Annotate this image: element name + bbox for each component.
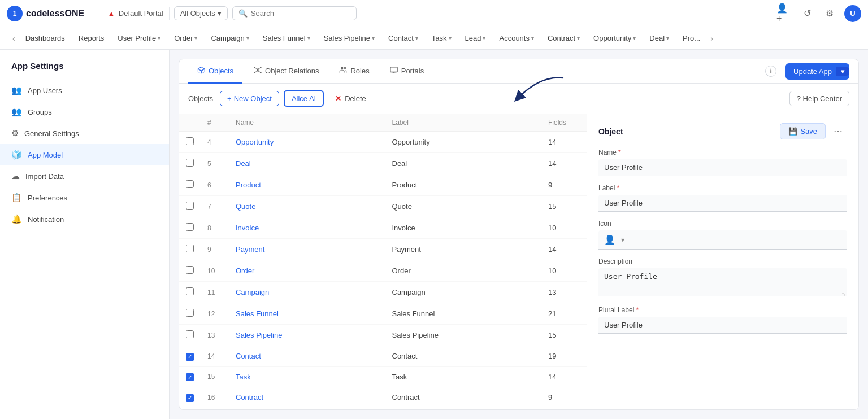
search-input[interactable] (251, 9, 341, 18)
update-app-button[interactable]: Update App ▾ (785, 63, 849, 80)
col-fields: Fields (541, 114, 587, 132)
row-checkbox[interactable] (186, 137, 194, 145)
alice-ai-button[interactable]: Alice AI (284, 90, 324, 107)
sidebar-item-import-data[interactable]: ☁ Import Data (0, 165, 169, 187)
row-checkbox[interactable] (186, 180, 194, 188)
plural-label-field-group: Plural Label * (598, 306, 847, 334)
settings-icon[interactable]: ⚙ (822, 6, 837, 21)
required-indicator: * (618, 149, 621, 156)
more-options-button[interactable]: ⋯ (829, 124, 847, 139)
sidebar-item-label: Preferences (28, 194, 67, 202)
new-object-button[interactable]: + New Object (220, 91, 279, 106)
description-textarea[interactable] (598, 268, 847, 296)
table-header: # Name Label Fields (179, 114, 587, 132)
nav-item-reports[interactable]: Reports (72, 27, 111, 50)
history-icon[interactable]: ↺ (799, 6, 815, 21)
object-name-link[interactable]: Deal (236, 159, 251, 168)
nav-item-opportunity[interactable]: Opportunity ▾ (587, 27, 643, 50)
nav-item-lead[interactable]: Lead ▾ (458, 27, 493, 50)
row-number: 14 (201, 346, 229, 367)
row-checkbox[interactable] (186, 309, 194, 317)
svg-rect-11 (390, 67, 397, 72)
nav-label: Accounts (499, 34, 529, 42)
tab-objects[interactable]: Objects (188, 59, 242, 84)
nav-left-arrow[interactable]: ‹ (9, 34, 19, 43)
object-name-link[interactable]: Campaign (236, 288, 269, 296)
object-name-link[interactable]: Order (236, 267, 254, 275)
object-name-link[interactable]: Sales Pipeline (236, 331, 282, 339)
help-center-button[interactable]: ? Help Center (789, 91, 849, 106)
row-checkbox[interactable] (186, 266, 194, 274)
update-app-dropdown-icon[interactable]: ▾ (836, 67, 849, 76)
object-fields-count: 10 (541, 217, 587, 239)
info-icon[interactable]: ℹ (765, 66, 776, 77)
sidebar-item-notification[interactable]: 🔔 Notification (0, 208, 169, 230)
nav-item-contract[interactable]: Contract ▾ (541, 27, 587, 50)
tab-roles[interactable]: Roles (330, 59, 378, 84)
nav-item-sales-funnel[interactable]: Sales Funnel ▾ (256, 27, 317, 50)
object-name-link[interactable]: Invoice (236, 224, 259, 232)
nav-item-deal[interactable]: Deal ▾ (643, 27, 676, 50)
name-input[interactable] (598, 159, 847, 176)
svg-line-5 (255, 68, 258, 69)
tab-portals[interactable]: Portals (381, 59, 433, 84)
object-name-link[interactable]: Task (236, 373, 251, 381)
delete-button[interactable]: ✕ Delete (328, 91, 373, 106)
object-name-link[interactable]: Contract (236, 393, 263, 401)
object-fields-count: 21 (541, 303, 587, 325)
nav-item-order[interactable]: Order ▾ (167, 27, 204, 50)
row-checkbox[interactable] (186, 287, 194, 295)
sidebar-item-groups[interactable]: 👥 Groups (0, 101, 169, 123)
nav-item-dashboards[interactable]: Dashboards (19, 27, 72, 50)
nav-label: Order (174, 34, 193, 42)
nav-item-accounts[interactable]: Accounts ▾ (492, 27, 540, 50)
plus-icon: + (227, 94, 232, 103)
svg-point-10 (344, 67, 346, 69)
object-name-link[interactable]: Sales Funnel (236, 309, 279, 318)
row-checkbox[interactable]: ✓ (186, 394, 194, 402)
object-name-link[interactable]: Payment (236, 245, 264, 254)
name-field-label: Name * (598, 149, 847, 156)
add-user-icon[interactable]: 👤+ (776, 6, 792, 21)
row-checkbox[interactable] (186, 202, 194, 210)
nav-label: Deal (649, 34, 665, 42)
row-checkbox[interactable]: ✓ (186, 353, 194, 361)
object-name-link[interactable]: Product (236, 181, 261, 189)
col-num: # (201, 114, 229, 132)
object-name-link[interactable]: Opportunity (236, 138, 274, 146)
row-checkbox[interactable] (186, 330, 194, 338)
avatar[interactable]: U (844, 5, 861, 22)
sidebar-item-general-settings[interactable]: ⚙ General Settings (0, 123, 169, 144)
nav-item-campaign[interactable]: Campaign ▾ (204, 27, 255, 50)
all-objects-dropdown[interactable]: All Objects ▾ (174, 6, 228, 20)
portal-badge[interactable]: ▲ Default Portal (102, 7, 170, 20)
row-checkbox[interactable] (186, 159, 194, 167)
row-checkbox[interactable]: ✓ (186, 373, 194, 381)
row-checkbox[interactable] (186, 245, 194, 252)
nav-label: Campaign (211, 34, 244, 42)
plural-label-input[interactable] (598, 317, 847, 334)
sidebar-item-preferences[interactable]: 📋 Preferences (0, 187, 169, 208)
icon-selector[interactable]: 👤 ▾ (598, 230, 847, 250)
nav-item-contact[interactable]: Contact ▾ (381, 27, 425, 50)
chevron-down-icon: ▾ (158, 35, 160, 41)
label-input[interactable] (598, 195, 847, 212)
object-name-link[interactable]: Contact (236, 352, 261, 360)
row-number: 5 (201, 153, 229, 174)
tab-object-relations[interactable]: Object Relations (245, 59, 328, 84)
name-field-group: Name * (598, 149, 847, 176)
row-checkbox[interactable] (186, 223, 194, 231)
save-button[interactable]: 💾 Save (780, 123, 826, 139)
users-icon: 👥 (11, 85, 22, 95)
sidebar-item-app-model[interactable]: 🧊 App Model (0, 144, 169, 165)
table-row: 12Sales FunnelSales Funnel21 (179, 303, 587, 325)
nav-right-arrow[interactable]: › (707, 34, 717, 43)
content-panel: Objects Object Relations Roles (179, 59, 859, 410)
search-bar[interactable]: 🔍 (232, 6, 357, 20)
nav-item-sales-pipeline[interactable]: Sales Pipeline ▾ (317, 27, 381, 50)
sidebar-item-app-users[interactable]: 👥 App Users (0, 80, 169, 101)
nav-item-pro[interactable]: Pro... (676, 27, 707, 50)
nav-item-task[interactable]: Task ▾ (425, 27, 458, 50)
nav-item-user-profile[interactable]: User Profile ▾ (111, 27, 167, 50)
object-name-link[interactable]: Quote (236, 202, 255, 211)
